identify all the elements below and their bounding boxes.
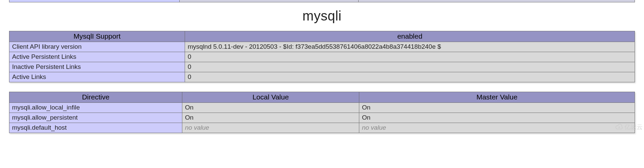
mysqli-directives-table: Directive Local Value Master Value mysql… [9,92,635,133]
table-row: mysqli.allow_local_infile On On [9,103,635,113]
watermark: 亿速云 [615,123,643,131]
support-header-left: MysqlI Support [9,31,185,42]
directive-local: On [182,113,359,123]
table-row: Active Links 0 [9,72,635,82]
support-val: 0 [185,52,635,62]
directive-name: mysqli.default_host [9,123,182,133]
mysqli-support-table: MysqlI Support enabled Client API librar… [9,31,635,82]
table-row: Active Persistent Links 0 [9,52,635,62]
support-key: Client API library version [9,42,185,52]
section-title: mysqli [0,8,644,24]
support-key: Inactive Persistent Links [9,62,185,72]
watermark-text: 亿速云 [625,123,643,131]
table-row: Client API library version mysqlnd 5.0.1… [9,42,635,52]
directive-header: Directive [9,92,182,103]
directive-name: mysqli.allow_persistent [9,113,182,123]
support-header-right: enabled [185,31,635,42]
directive-local: no value [182,123,359,133]
support-val: 0 [185,62,635,72]
directive-local: On [182,103,359,113]
support-val: 0 [185,72,635,82]
cloud-icon [615,123,623,131]
directive-master: On [359,113,635,123]
previous-section-row-fragment [9,0,635,2]
local-value-header: Local Value [182,92,359,103]
table-row: mysqli.default_host no value no value [9,123,635,133]
directive-master: On [359,103,635,113]
support-key: Active Persistent Links [9,52,185,62]
support-key: Active Links [9,72,185,82]
table-row: mysqli.allow_persistent On On [9,113,635,123]
directive-master: no value [359,123,635,133]
table-row: Inactive Persistent Links 0 [9,62,635,72]
master-value-header: Master Value [359,92,635,103]
directive-name: mysqli.allow_local_infile [9,103,182,113]
support-val: mysqlnd 5.0.11-dev - 20120503 - $Id: f37… [185,42,635,52]
